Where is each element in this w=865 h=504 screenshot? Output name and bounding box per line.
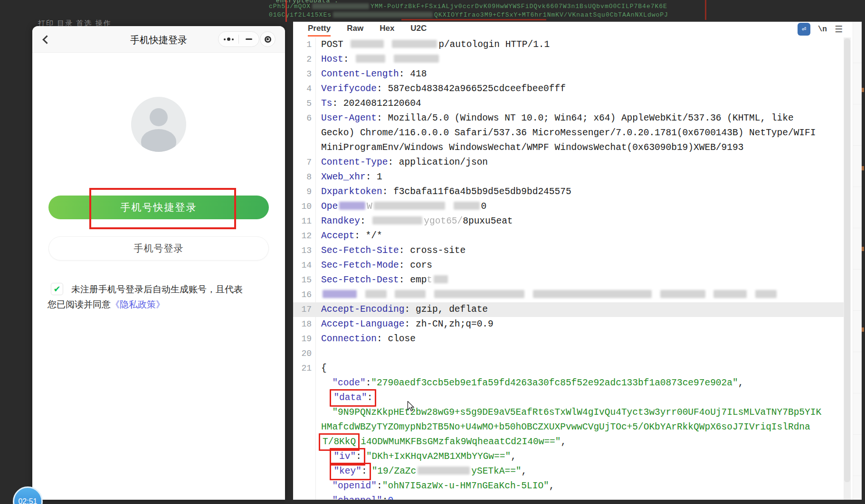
code-text: "key":"19/ZaZcySETkA==", <box>315 464 527 479</box>
code-segment <box>321 481 332 491</box>
code-text: "data": <box>315 391 377 405</box>
miniapp-window: 手机快捷登录 手机号快捷登录 手机号登录 ✔ 未注册手机号登录后自动生成账号，且… <box>32 26 285 500</box>
code-line: 19Connection: close <box>293 332 851 346</box>
redacted-blur <box>333 12 433 18</box>
code-segment: : gzip, deflate <box>405 304 488 315</box>
code-text: "9N9PQNzKkpHEt2bw28wG9+s5g9DE9aV5EafRt6s… <box>315 405 821 420</box>
code-segment: Gecko) Chrome/116.0.0.0 Safari/537.36 Mi… <box>321 128 816 138</box>
code-segment: Verifycode <box>321 84 377 94</box>
agreement-checkbox[interactable]: ✔ <box>51 283 63 295</box>
tab-pretty[interactable]: Pretty <box>308 24 331 37</box>
more-options-icon[interactable] <box>219 32 238 47</box>
tab-hex[interactable]: Hex <box>380 24 394 37</box>
line-number: 6 <box>293 111 315 126</box>
code-text: Gecko) Chrome/116.0.0.0 Safari/537.36 Mi… <box>315 126 816 140</box>
redacted-blur <box>660 290 705 298</box>
line-number <box>293 464 315 479</box>
code-segment: : <box>377 481 382 491</box>
code-line: 17Accept-Encoding: gzip, deflate <box>293 302 851 317</box>
code-segment: , <box>549 481 555 491</box>
code-line: 15Sec-Fetch-Dest: empt <box>293 273 851 288</box>
line-number <box>293 405 315 420</box>
line-number: 17 <box>293 302 315 317</box>
scroll-marker <box>862 247 864 251</box>
minimize-icon[interactable] <box>239 32 259 47</box>
quick-login-button[interactable]: 手机号快捷登录 <box>48 196 269 219</box>
line-number <box>293 376 315 391</box>
annotation-red-line <box>285 0 287 22</box>
code-segment: : <box>360 216 371 226</box>
code-line: 7Content-Type: application/json <box>293 155 851 170</box>
code-line: HMafcdWBZyTYZOmypNb2TB5No+U4wMO+b50hOBCZ… <box>293 420 851 435</box>
editor-menu-icon[interactable]: ☰ <box>835 24 843 35</box>
code-line: 2Host: <box>293 52 851 67</box>
code-segment <box>526 289 532 300</box>
line-number <box>293 126 315 140</box>
code-line: "channel":0 <box>293 494 851 500</box>
side-strip <box>853 22 862 500</box>
close-circle-icon[interactable] <box>260 31 276 47</box>
line-number: 15 <box>293 273 315 288</box>
code-segment: : 418 <box>399 69 427 79</box>
code-line: 20 <box>293 346 851 361</box>
code-segment: { <box>321 363 327 373</box>
scrollbar-thumb[interactable] <box>844 38 850 482</box>
code-text: Connection: close <box>315 332 416 346</box>
phone-login-button[interactable]: 手机号登录 <box>48 236 269 261</box>
code-line: "key":"19/ZaZcySETkA==", <box>293 464 851 479</box>
word-wrap-icon[interactable]: ⏎ <box>798 23 810 36</box>
code-segment: , <box>511 451 516 462</box>
tab-raw[interactable]: Raw <box>347 24 363 37</box>
redacted-blur <box>533 290 652 298</box>
code-segment <box>321 407 332 418</box>
code-segment <box>321 378 332 388</box>
code-segment: Xweb_xhr <box>321 172 366 182</box>
gutter-divider <box>315 37 316 500</box>
code-segment: MiniProgramEnv/Windows WindowsWechat/WMP… <box>321 142 743 153</box>
code-segment <box>385 39 391 50</box>
scroll-marker <box>862 327 864 332</box>
code-text: Xweb_xhr: 1 <box>315 170 382 185</box>
line-number: 9 <box>293 185 315 199</box>
code-line: 3Content-Length: 418 <box>293 67 851 82</box>
code-segment: "data" <box>333 392 367 403</box>
line-number: 2 <box>293 52 315 67</box>
line-number: 20 <box>293 346 315 361</box>
code-segment: Ts <box>321 98 332 109</box>
scrollbar[interactable] <box>844 37 851 500</box>
screen: { "background": { "menu_ghost": "打印 目录 首… <box>0 0 865 504</box>
code-segment: "19/ZaZc <box>372 466 417 476</box>
code-segment: Sec-Fetch-Site <box>321 245 399 256</box>
line-number: 1 <box>293 37 315 52</box>
code-segment: , <box>522 466 527 476</box>
code-segment: i4ODWMuMKFBsGMzfak9WqheaatCd2I40w==" <box>361 437 561 447</box>
redacted-blur <box>395 290 426 298</box>
line-number <box>293 479 315 494</box>
line-number: 7 <box>293 155 315 170</box>
scroll-marker <box>862 166 864 170</box>
code-text: Content-Length: 418 <box>315 67 427 82</box>
code-segment: 8puxu5eat <box>463 216 513 226</box>
annotation-red-box: "key": <box>330 463 371 480</box>
code-text: Accept-Encoding: gzip, deflate <box>315 302 488 317</box>
code-segment: Sec-Fetch-Mode <box>321 260 399 271</box>
redacted-blur <box>312 3 369 9</box>
code-line: "iv":"DKh+IxKHqvA2MB1XMbYYGw==", <box>293 449 851 464</box>
code-segment: "channel" <box>332 495 382 500</box>
privacy-policy-link[interactable]: 《隐私政策》 <box>111 299 165 309</box>
code-segment: : close <box>377 334 416 344</box>
wechat-capsule <box>218 31 259 47</box>
redacted-blur <box>434 290 524 298</box>
code-line: 5Ts: 20240812120604 <box>293 96 851 111</box>
code-line: 4Verifycode: 587ecb483842a966525cdceefbe… <box>293 82 851 96</box>
code-segment: Dxparktoken <box>321 187 382 197</box>
code-segment: : application/json <box>388 157 488 168</box>
tab-u2c[interactable]: U2C <box>410 24 427 37</box>
redacted-blur <box>365 290 387 298</box>
show-newlines-icon[interactable]: \n <box>818 25 827 34</box>
code-text: Dxparktoken: f3cbafa11f6a4b5b9d5e5db9bd2… <box>315 185 571 199</box>
editor-tabbar: Pretty Raw Hex U2C ⏎ \n ☰ <box>293 22 862 37</box>
redacted-blur <box>713 290 747 298</box>
code-segment: Accept-Language <box>321 319 405 329</box>
line-number: 5 <box>293 96 315 111</box>
